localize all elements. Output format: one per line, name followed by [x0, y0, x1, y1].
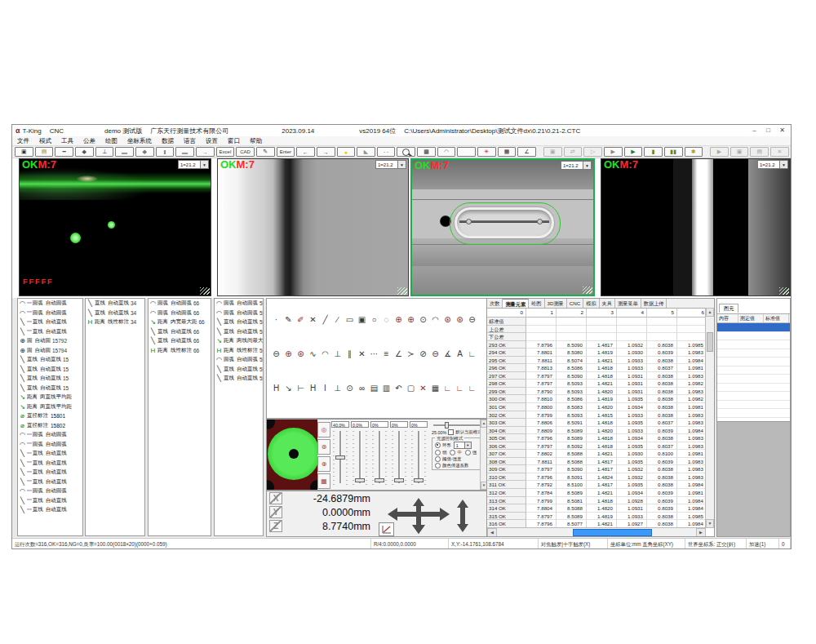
menu-坐标系统[interactable]: 坐标系统 — [122, 136, 157, 145]
palette-tool-icon[interactable]: A — [454, 348, 466, 360]
list-item[interactable]: H距离线性标注34 — [86, 318, 144, 327]
tab-测量元素[interactable]: 测量元素 — [503, 299, 529, 308]
element-row[interactable] — [717, 392, 790, 401]
jog-arrows[interactable] — [388, 498, 472, 537]
table-vscrollbar[interactable]: ▲▼ — [705, 308, 714, 528]
palette-tool-icon[interactable]: ∟ — [441, 382, 454, 394]
palette-tool-icon[interactable]: ∡ — [441, 348, 454, 360]
palette-tool-icon[interactable]: ∟ — [454, 382, 466, 394]
cad-export-button[interactable]: CAD — [236, 147, 255, 157]
slider-thumb[interactable] — [445, 422, 449, 429]
table-row[interactable]: 298 OK7.87978.50931.48211.09310.80381.09… — [487, 380, 714, 388]
palette-tool-icon[interactable]: ⊕ — [392, 313, 405, 326]
camera-panel-1[interactable]: OKM:7 1=21.2▼ FFFFF — [19, 158, 211, 296]
menu-绘图[interactable]: 绘图 — [100, 136, 122, 145]
list-item[interactable]: ⌀直径标注15801 — [18, 411, 82, 421]
level-radio-强[interactable] — [465, 450, 471, 455]
level-radio-中[interactable] — [450, 450, 455, 455]
table-row[interactable]: 313 OK7.87998.50811.48181.09280.80391.09… — [487, 497, 714, 505]
curve-button[interactable]: ◠ — [437, 147, 456, 157]
light-mode-button-3[interactable]: ⊕ — [317, 456, 330, 472]
tolerance-row[interactable]: 上公差 — [487, 326, 714, 334]
list-item[interactable]: ↘距离两线间最大距 — [215, 336, 263, 346]
table-row[interactable]: 301 OK7.88008.50831.48201.09340.80381.09… — [487, 403, 714, 411]
slider-thumb[interactable] — [375, 478, 384, 482]
palette-tool-icon[interactable]: ⊖ — [429, 348, 441, 360]
menu-窗口[interactable]: 窗口 — [223, 136, 245, 145]
excel-export-button[interactable]: Excel — [216, 147, 235, 157]
table-row[interactable]: 295 OK7.88118.50741.48211.09330.80381.09… — [487, 357, 714, 365]
list-item[interactable]: ╲直线自动直线15 — [18, 365, 82, 375]
list-item[interactable]: ╲直线自动直线15 — [18, 374, 82, 384]
palette-tool-icon[interactable]: ✎ — [282, 313, 295, 326]
checker-button[interactable]: ▩ — [417, 147, 436, 157]
close-button[interactable]: ✕ — [775, 125, 789, 135]
list-item[interactable]: ╲***直线自动直线 — [18, 496, 82, 506]
element-panel-tab[interactable]: 图元 — [719, 304, 738, 313]
palette-tool-icon[interactable]: I — [319, 382, 331, 394]
tab-次数[interactable]: 次数 — [487, 299, 503, 308]
palette-tool-icon[interactable]: ⊥ — [331, 348, 344, 360]
table-row[interactable]: 299 OK7.87908.50931.48201.09310.80381.09… — [487, 388, 714, 396]
element-row[interactable] — [717, 366, 790, 375]
menu-文件[interactable]: 文件 — [12, 136, 34, 145]
palette-tool-icon[interactable]: ∕ — [331, 313, 344, 326]
list-item[interactable]: ◠圆弧自动圆弧66 — [149, 309, 211, 318]
list-item[interactable]: H距离线性标注66 — [149, 346, 211, 356]
palette-tool-icon[interactable]: ≡ — [380, 348, 392, 360]
table-row[interactable]: 304 OK7.88098.50891.48201.09330.80391.09… — [487, 427, 714, 435]
palette-tool-icon[interactable]: ⊙ — [417, 313, 429, 326]
pause-block-button[interactable]: ▮▮ — [664, 147, 683, 157]
palette-tool-icon[interactable]: ▤ — [368, 382, 380, 394]
palette-tool-icon[interactable]: ⋯ — [368, 348, 380, 360]
default-mode-checkbox[interactable] — [448, 429, 454, 435]
palette-tool-icon[interactable]: ◌ — [380, 313, 392, 326]
tab-CNC[interactable]: CNC — [567, 299, 583, 308]
palette-tool-icon[interactable]: ▭ — [344, 313, 356, 326]
angle-display-button[interactable] — [379, 522, 394, 536]
minimize-button[interactable]: – — [747, 125, 761, 135]
palette-tool-icon[interactable]: ↘ — [282, 382, 295, 394]
table-row[interactable]: 302 OK7.87998.50931.48151.09330.80381.09… — [487, 411, 714, 420]
terrain-button[interactable]: ◣ — [357, 147, 375, 157]
scroll-down-icon[interactable]: ▼ — [706, 519, 714, 528]
ring-light-view[interactable] — [267, 420, 317, 490]
table-row[interactable]: 305 OK7.87968.50891.48181.09340.80381.09… — [487, 434, 714, 442]
palette-tool-icon[interactable]: ✕ — [356, 348, 368, 360]
palette-tool-icon[interactable]: ∟ — [466, 348, 478, 360]
tab-测量菜单[interactable]: 测量菜单 — [615, 299, 641, 308]
list-item[interactable]: ╲直线自动直线55 — [215, 374, 263, 384]
palette-tool-icon[interactable]: ∿ — [307, 348, 319, 360]
tab-数据上传[interactable]: 数据上传 — [641, 299, 667, 308]
menu-模式[interactable]: 模式 — [34, 136, 56, 145]
tolerance-row[interactable]: 下公差 — [487, 333, 714, 341]
list-item[interactable]: ╲直线自动直线66 — [149, 327, 211, 337]
menu-语言[interactable]: 语言 — [179, 136, 201, 145]
table-row[interactable]: 314 OK7.88048.50881.48201.09310.80391.09… — [487, 504, 714, 513]
x-axis-icon[interactable]: X — [269, 492, 282, 504]
palette-tool-icon[interactable]: ▥ — [380, 382, 392, 394]
list-item[interactable]: ◠***圆弧自动圆弧 — [18, 430, 82, 440]
palette-tool-icon[interactable]: ⊛ — [441, 313, 454, 326]
angle-chart-button[interactable]: ∠ — [517, 147, 536, 157]
list-item[interactable]: ⌀直径标注15802 — [18, 421, 82, 431]
palette-tool-icon[interactable]: ▦ — [429, 382, 441, 394]
palette-tool-icon[interactable]: ▣ — [356, 313, 368, 326]
list-item[interactable]: ╲直线自动直线34 — [86, 299, 144, 309]
palette-tool-icon[interactable]: ∥ — [344, 348, 356, 360]
vscroll-thumb[interactable] — [707, 332, 713, 352]
chevron-down-icon[interactable]: ▼ — [583, 162, 591, 169]
list-item[interactable]: ╲直线自动直线15 — [18, 355, 82, 365]
palette-tool-icon[interactable]: ⊙ — [344, 382, 356, 394]
palette-tool-icon[interactable]: ⊕ — [405, 313, 417, 326]
palette-tool-icon[interactable]: H — [270, 382, 282, 394]
list-item[interactable]: ╲直线自动直线15 — [18, 384, 82, 393]
pen-button[interactable]: ✎ — [256, 147, 275, 157]
palette-tool-icon[interactable]: ▢ — [405, 382, 417, 394]
palette-tool-icon[interactable]: ◠ — [319, 348, 331, 360]
chevron-down-icon[interactable]: ▼ — [464, 442, 471, 448]
light-mode-button-1[interactable]: ◎ — [317, 422, 330, 437]
list-item[interactable]: ◠***圆弧自动圆弧 — [18, 309, 82, 318]
table-row[interactable]: 296 OK7.88138.50861.48181.09330.80371.09… — [487, 364, 714, 372]
palette-tool-icon[interactable]: ∟ — [466, 382, 478, 394]
